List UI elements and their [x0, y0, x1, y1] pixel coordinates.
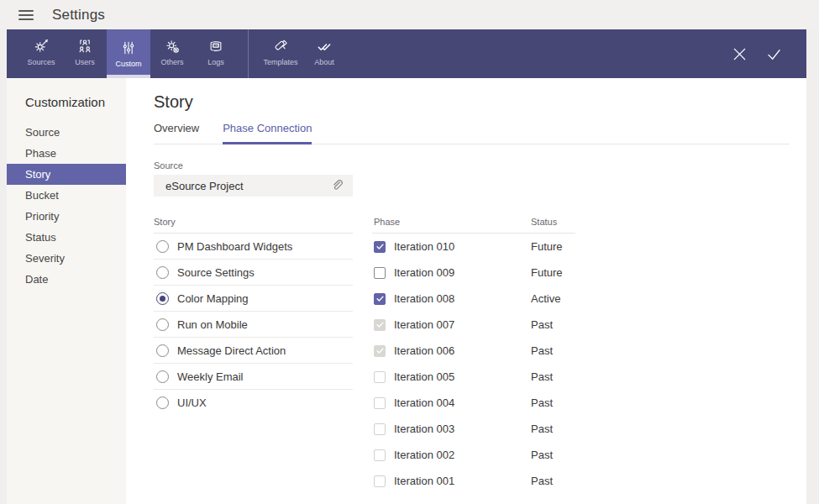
- story-radio[interactable]: [156, 292, 169, 305]
- double-check-icon: [316, 38, 333, 55]
- toolbar-item-logs[interactable]: LOG Logs: [194, 29, 238, 78]
- toolbar-item-label: Others: [160, 58, 183, 66]
- phase-row-label: Iteration 001: [394, 475, 454, 487]
- toolbar-item-others[interactable]: Others: [150, 29, 194, 78]
- phase-column-header: Phase: [374, 217, 400, 227]
- phase-checkbox[interactable]: [374, 267, 386, 279]
- source-field-value: eSource Project: [154, 180, 332, 192]
- toolbar-item-about[interactable]: About: [302, 29, 346, 78]
- story-row-label: PM Dashboard Widgets: [177, 240, 292, 253]
- paint-roller-icon: [272, 38, 289, 55]
- sidebar-item[interactable]: Bucket: [7, 185, 126, 206]
- toolbar-item-label: Templates: [263, 58, 297, 66]
- sidebar-item-label: Story: [25, 168, 50, 181]
- sidebar-item-label: Phase: [25, 147, 56, 160]
- phase-checkbox[interactable]: [374, 423, 386, 435]
- toolbar-item-templates[interactable]: Templates: [259, 29, 302, 78]
- phase-checkbox[interactable]: [374, 475, 386, 487]
- phase-row[interactable]: Iteration 005 Past: [372, 364, 575, 390]
- tab-bar: Overview Phase Connection: [154, 122, 790, 144]
- phase-row[interactable]: Iteration 007 Past: [372, 312, 575, 338]
- sidebar-item-label: Bucket: [25, 189, 59, 202]
- source-field[interactable]: eSource Project: [154, 175, 353, 197]
- phase-status: Past: [531, 396, 553, 409]
- story-row[interactable]: Source Settings: [154, 260, 353, 286]
- app-header: Settings: [0, 0, 819, 29]
- phase-row-label: Iteration 005: [394, 370, 454, 383]
- story-radio[interactable]: [156, 240, 169, 253]
- phase-checkbox[interactable]: [374, 449, 386, 461]
- sidebar-item[interactable]: Severity: [7, 248, 126, 269]
- story-row[interactable]: Message Direct Action: [154, 338, 353, 364]
- story-row[interactable]: PM Dashboard Widgets: [154, 234, 353, 260]
- story-row[interactable]: UI/UX: [154, 390, 353, 416]
- sidebar-item[interactable]: Source: [7, 122, 126, 143]
- sliders-icon: [120, 39, 137, 56]
- phase-row[interactable]: Iteration 008 Active: [372, 286, 575, 312]
- toolbar-item-sources[interactable]: Sources: [19, 29, 63, 78]
- sidebar-item-label: Severity: [25, 252, 65, 265]
- phase-row-label: Iteration 008: [394, 292, 454, 305]
- phase-row[interactable]: Iteration 001 Past: [372, 468, 575, 494]
- story-row-label: Run on Mobile: [177, 318, 248, 331]
- main-content: Story Overview Phase Connection Source e…: [126, 78, 806, 504]
- phase-checkbox[interactable]: [374, 319, 386, 331]
- tab-overview[interactable]: Overview: [154, 122, 199, 144]
- story-column: Story PM Dashboard Widgets Source Settin…: [154, 213, 353, 494]
- toolbar-item-custom[interactable]: Custom: [107, 29, 150, 78]
- logs-icon: LOG: [207, 38, 224, 55]
- phase-row[interactable]: Iteration 009 Future: [372, 260, 575, 286]
- sidebar-title: Customization: [7, 95, 126, 109]
- sidebar-item[interactable]: Priority: [7, 206, 126, 227]
- sidebar-item-label: Status: [25, 231, 56, 244]
- story-row[interactable]: Color Mapping: [154, 286, 353, 312]
- hamburger-menu-icon[interactable]: [18, 10, 34, 20]
- phase-row-label: Iteration 006: [394, 344, 454, 357]
- story-row-label: UI/UX: [177, 396, 207, 409]
- toolbar-item-label: About: [314, 58, 334, 66]
- sidebar-item[interactable]: Status: [7, 227, 126, 248]
- phase-row[interactable]: Iteration 004 Past: [372, 390, 575, 416]
- story-column-header: Story: [154, 217, 176, 227]
- toolbar-item-users[interactable]: Users: [63, 29, 107, 78]
- toolbar-item-label: Sources: [27, 58, 55, 66]
- sidebar-item[interactable]: Phase: [7, 143, 126, 164]
- story-radio[interactable]: [156, 370, 169, 383]
- phase-row[interactable]: Iteration 010 Future: [372, 234, 575, 260]
- phase-row[interactable]: Iteration 002 Past: [372, 442, 575, 468]
- sidebar-item[interactable]: Date: [7, 269, 126, 290]
- phase-row[interactable]: Iteration 006 Past: [372, 338, 575, 364]
- phase-status: Past: [531, 344, 553, 357]
- story-radio[interactable]: [156, 266, 169, 279]
- confirm-check-icon[interactable]: [765, 45, 783, 63]
- close-icon[interactable]: [731, 45, 748, 63]
- story-row-label: Source Settings: [177, 266, 255, 279]
- phase-column: Phase Status Iteration 010 Future: [372, 213, 575, 494]
- phase-row-label: Iteration 010: [394, 240, 454, 253]
- story-row[interactable]: Weekly Email: [154, 364, 353, 390]
- story-row[interactable]: Run on Mobile: [154, 312, 353, 338]
- phase-checkbox[interactable]: [374, 293, 386, 305]
- phase-status: Active: [531, 292, 560, 305]
- settings-toolbar: Sources Users Custom Others: [7, 29, 806, 78]
- phase-checkbox[interactable]: [374, 397, 386, 409]
- sidebar-item[interactable]: Story: [7, 164, 126, 185]
- story-row-label: Color Mapping: [177, 292, 249, 305]
- check-icon: [375, 242, 385, 251]
- story-radio[interactable]: [156, 396, 169, 409]
- phase-status: Past: [531, 318, 553, 331]
- story-rows: PM Dashboard Widgets Source Settings Col…: [154, 234, 353, 416]
- phase-checkbox[interactable]: [374, 241, 386, 253]
- page-title: Story: [154, 92, 790, 112]
- phase-checkbox[interactable]: [374, 345, 386, 357]
- phase-row[interactable]: Iteration 003 Past: [372, 416, 575, 442]
- sidebar-item-label: Date: [25, 273, 48, 286]
- tab-phase-connection[interactable]: Phase Connection: [223, 122, 312, 144]
- story-radio[interactable]: [156, 318, 169, 331]
- attach-icon[interactable]: [332, 180, 344, 192]
- phase-checkbox[interactable]: [374, 371, 386, 383]
- gear-wrench-icon: [33, 38, 50, 55]
- connection-columns: Story PM Dashboard Widgets Source Settin…: [154, 213, 790, 494]
- phase-row-label: Iteration 007: [394, 318, 454, 331]
- story-radio[interactable]: [156, 344, 169, 357]
